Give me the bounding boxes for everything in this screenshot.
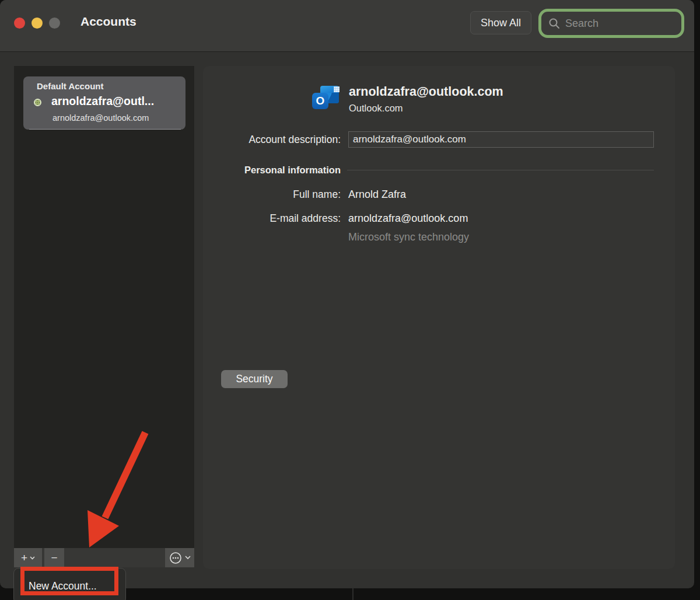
section-divider [347, 170, 654, 170]
security-button[interactable]: Security [221, 370, 288, 388]
account-type: Outlook.com [349, 103, 503, 114]
sync-technology-note: Microsoft sync technology [348, 231, 469, 243]
add-account-popup-menu: New Account... [13, 568, 126, 600]
titlebar: Accounts Show All [0, 0, 694, 52]
menu-item-new-account[interactable]: New Account... [29, 580, 97, 592]
ellipsis-circle-icon [169, 552, 182, 564]
account-detail-panel: O arnoldzafra@outlook.com Outlook.com Ac… [203, 66, 675, 569]
personal-information-label: Personal information [203, 165, 341, 176]
search-input[interactable] [565, 18, 659, 30]
full-name-label: Full name: [203, 189, 341, 201]
account-description-label: Account description: [203, 134, 341, 146]
search-field[interactable] [538, 9, 684, 38]
add-account-button[interactable]: + [14, 548, 42, 567]
account-description-input[interactable] [348, 131, 654, 148]
more-actions-button[interactable] [165, 548, 194, 567]
account-title: arnoldzafra@outlook.com [349, 85, 503, 100]
search-icon [548, 18, 560, 29]
full-name-value: Arnold Zafra [348, 189, 406, 201]
email-address-label: E-mail address: [203, 212, 341, 225]
minimize-window-button[interactable] [32, 18, 43, 29]
toolbar-spacer [64, 548, 165, 567]
zoom-window-button[interactable] [49, 18, 60, 29]
window-title: Accounts [80, 15, 136, 29]
card-divider [29, 129, 181, 130]
plus-icon: + [21, 552, 27, 563]
show-all-button[interactable]: Show All [470, 11, 531, 34]
account-header: O arnoldzafra@outlook.com Outlook.com [312, 85, 503, 114]
account-list-item-selected[interactable]: Default Account arnoldzafra@outl... arno… [23, 76, 186, 130]
desktop-artifact-line [352, 588, 354, 600]
preferences-window: Accounts Show All Default Account arnold… [0, 0, 694, 588]
chevron-down-icon [30, 556, 35, 560]
sidebar-bottom-toolbar: + − [14, 548, 194, 567]
account-status-icon [34, 99, 41, 106]
email-address-value: arnoldzafra@outlook.com [348, 212, 468, 225]
minus-icon: − [51, 552, 57, 563]
accounts-sidebar: Default Account arnoldzafra@outl... arno… [14, 66, 194, 567]
account-name: arnoldzafra@outl... [51, 95, 154, 108]
outlook-app-icon: O [312, 85, 340, 111]
account-email: arnoldzafra@outlook.com [52, 113, 149, 123]
close-window-button[interactable] [14, 18, 25, 29]
default-account-label: Default Account [37, 81, 103, 91]
chevron-down-icon [185, 556, 191, 560]
remove-account-button[interactable]: − [44, 548, 64, 567]
